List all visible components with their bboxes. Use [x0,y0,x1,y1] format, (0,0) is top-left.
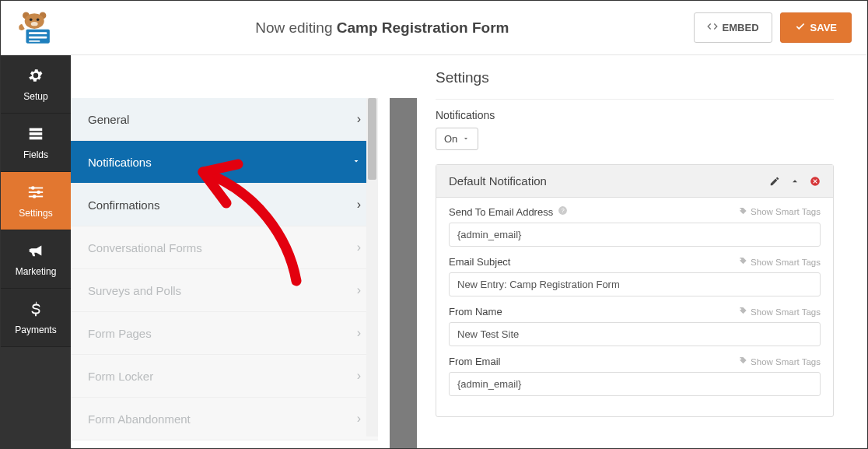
svg-rect-11 [30,132,43,135]
panel-gap [390,98,417,448]
submenu-label: Conversational Forms [88,241,202,254]
submenu-item-form-locker[interactable]: Form Locker › [71,355,378,398]
svg-point-14 [31,186,35,190]
chevron-right-icon: › [357,112,361,126]
svg-rect-10 [30,128,43,131]
sidebar-item-setup[interactable]: Setup [1,55,71,114]
settings-heading: Settings [436,69,834,100]
chevron-right-icon: › [357,326,361,340]
submenu-label: Notifications [88,156,152,169]
from-name-input[interactable] [449,322,821,346]
sidebar-blank [1,347,71,448]
code-icon [707,21,718,34]
field-subject: Email Subject Show Smart Tags [449,256,821,296]
submenu-item-surveys-polls[interactable]: Surveys and Polls › [71,269,378,312]
from-email-input[interactable] [449,372,821,396]
check-icon [795,21,806,34]
smart-tags-button[interactable]: Show Smart Tags [739,307,821,317]
tag-icon [739,307,747,317]
tag-icon [739,257,747,267]
sidebar: Setup Fields Settings Marketing Payments [1,55,71,448]
svg-rect-9 [29,40,40,42]
submenu-label: Confirmations [88,198,160,212]
edit-icon[interactable] [769,176,780,187]
header-actions: EMBED SAVE [694,12,852,43]
sidebar-item-fields[interactable]: Fields [1,114,71,172]
svg-rect-12 [30,136,43,139]
svg-point-4 [37,18,40,21]
svg-point-5 [31,21,38,25]
submenu-item-form-abandonment[interactable]: Form Abandonment › [71,398,378,440]
embed-label: EMBED [723,22,759,33]
notifications-toggle[interactable]: On [436,128,478,150]
send-to-input[interactable] [449,223,821,247]
svg-text:?: ? [562,207,565,214]
svg-rect-8 [29,36,47,38]
svg-point-3 [30,18,33,21]
sidebar-label-setup: Setup [23,91,47,102]
submenu-item-notifications[interactable]: Notifications [71,141,378,184]
gear-icon [27,67,44,86]
subject-input[interactable] [449,272,821,296]
help-icon[interactable]: ? [558,205,568,218]
submenu-scrollbar[interactable] [366,98,378,437]
delete-icon[interactable] [810,176,821,187]
svg-point-2 [25,13,44,29]
submenu-item-conversational-forms[interactable]: Conversational Forms › [71,226,378,269]
chevron-right-icon: › [357,283,361,297]
submenu-label: Surveys and Polls [88,284,181,297]
svg-rect-7 [29,32,47,34]
panel-header: Default Notification [436,165,833,198]
sidebar-item-marketing[interactable]: Marketing [1,230,71,289]
svg-point-18 [33,195,37,198]
form-name: Camp Registration Form [337,19,509,36]
chevron-right-icon: › [357,369,361,383]
chevron-right-icon: › [357,198,361,212]
header: Now editing Camp Registration Form EMBED… [1,1,867,55]
submenu-label: Form Abandonment [88,412,191,426]
svg-point-16 [37,190,40,194]
settings-submenu: General › Notifications Confirmations › … [71,98,378,437]
sidebar-label-fields: Fields [23,149,48,160]
svg-rect-15 [29,191,43,193]
submenu-item-general[interactable]: General › [71,98,378,141]
save-label: SAVE [810,22,837,33]
submenu-label: Form Pages [88,327,152,340]
panel-actions [769,176,821,187]
submenu-item-confirmations[interactable]: Confirmations › [71,184,378,226]
bullhorn-icon [27,242,44,261]
tag-icon [739,356,747,367]
field-from-email: From Email Show Smart Tags [449,356,821,396]
submenu-label: General [88,113,129,126]
scrollbar-thumb[interactable] [368,98,376,180]
notifications-toggle-label: Notifications [436,109,834,121]
chevron-down-icon [462,133,470,145]
save-button[interactable]: SAVE [780,12,852,43]
field-send-to: Send To Email Address ? Show Smart Tags [449,205,821,247]
chevron-right-icon: › [357,412,361,426]
smart-tags-button[interactable]: Show Smart Tags [739,356,821,367]
submenu-item-form-pages[interactable]: Form Pages › [71,312,378,355]
from-name-label: From Name [449,306,502,317]
smart-tags-button[interactable]: Show Smart Tags [739,257,821,267]
sidebar-item-settings[interactable]: Settings [1,172,71,230]
logo [1,1,71,55]
chevron-right-icon: › [357,240,361,254]
list-icon [27,125,44,145]
svg-rect-13 [29,187,43,188]
page-title: Now editing Camp Registration Form [71,19,694,37]
smart-tags-button[interactable]: Show Smart Tags [739,207,821,217]
editing-prefix: Now editing [255,19,337,36]
sidebar-label-payments: Payments [15,324,56,335]
chevron-up-icon[interactable] [789,176,800,187]
send-to-label: Send To Email Address ? [449,205,568,218]
sidebar-item-payments[interactable]: Payments [1,289,71,347]
field-from-name: From Name Show Smart Tags [449,306,821,346]
notification-panel: Default Notification Send To Email Addre… [436,164,834,417]
sidebar-label-marketing: Marketing [16,266,57,277]
main-settings: Settings Notifications On Default Notifi… [417,55,852,448]
chevron-down-icon [352,155,361,169]
sliders-icon [27,184,44,203]
panel-body: Send To Email Address ? Show Smart Tags … [436,198,833,416]
embed-button[interactable]: EMBED [694,12,772,43]
